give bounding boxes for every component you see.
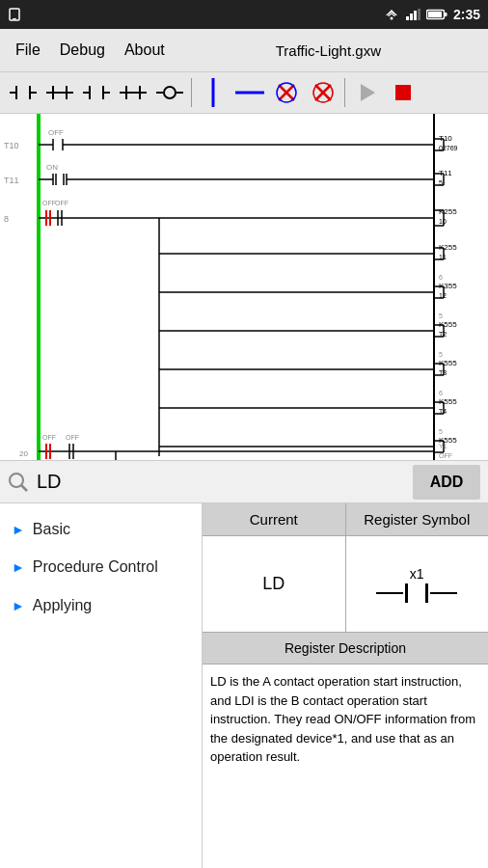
symbol-x1-label: x1 [410, 566, 424, 582]
svg-text:6: 6 [439, 390, 443, 396]
sidebar-item-basic[interactable]: ► Basic [0, 511, 202, 548]
contact-right-line [430, 592, 457, 594]
svg-text:OFF: OFF [42, 434, 56, 441]
svg-rect-5 [406, 16, 409, 20]
separator1 [191, 78, 192, 107]
contact-bar-left [405, 583, 408, 603]
clock: 2:35 [453, 7, 480, 22]
svg-text:5: 5 [439, 312, 443, 319]
coil-btn[interactable] [152, 75, 187, 110]
search-bar: ADD [0, 461, 488, 503]
svg-text:20: 20 [19, 449, 28, 458]
chevron-procedure: ► [12, 559, 25, 575]
contact-left-line [376, 592, 403, 594]
svg-text:K255: K255 [439, 207, 457, 216]
svg-point-31 [164, 87, 176, 98]
svg-marker-41 [361, 84, 375, 101]
search-input[interactable] [37, 467, 405, 498]
svg-text:OFF: OFF [66, 434, 79, 441]
sidebar: ► Basic ► Procedure Control ► Applying [0, 503, 203, 868]
delete-vertical-btn[interactable] [269, 75, 304, 110]
play-btn[interactable] [349, 75, 384, 110]
add-button[interactable]: ADD [413, 465, 480, 500]
ladder-diagram: T10 OFF T10 02769 T11 ON T11 5 8 [0, 114, 488, 461]
svg-rect-10 [445, 13, 447, 16]
svg-rect-1 [13, 18, 16, 19]
svg-text:T10: T10 [4, 141, 19, 150]
no-contact2-btn[interactable] [79, 75, 114, 110]
panel-content: ► Basic ► Procedure Control ► Applying C… [0, 503, 488, 868]
svg-point-4 [390, 17, 393, 20]
contact-bar-right [425, 583, 428, 603]
sidebar-item-procedure-control[interactable]: ► Procedure Control [0, 548, 202, 587]
nc-contact-btn[interactable] [42, 75, 77, 110]
register-symbol-display: x1 [376, 566, 457, 603]
status-bar: 2:35 [0, 0, 488, 29]
svg-text:5: 5 [439, 351, 443, 358]
th-current: Current [203, 503, 346, 535]
svg-text:5: 5 [439, 428, 443, 435]
diagram-area: T10 OFF T10 02769 T11 ON T11 5 8 [0, 114, 488, 461]
search-icon [8, 472, 29, 493]
svg-text:8: 8 [4, 214, 9, 224]
status-left [8, 8, 21, 21]
right-content: Current Register Symbol LD x1 [203, 503, 488, 868]
svg-text:OFF: OFF [42, 200, 56, 206]
register-description-header: Register Description [203, 633, 488, 665]
svg-rect-6 [410, 14, 413, 20]
svg-text:T11: T11 [4, 176, 19, 185]
svg-text:OFF: OFF [48, 128, 64, 137]
chevron-applying: ► [12, 598, 25, 613]
table-body: LD x1 [203, 536, 488, 633]
svg-text:6: 6 [439, 274, 443, 281]
menu-file[interactable]: File [8, 38, 48, 63]
vertical-line-btn[interactable] [196, 75, 230, 110]
svg-text:10: 10 [439, 218, 447, 225]
menu-bar: File Debug About Traffic-Light.gxw [0, 29, 488, 71]
nc-contact2-btn[interactable] [116, 75, 150, 110]
sidebar-item-applying[interactable]: ► Applying [0, 587, 202, 624]
svg-rect-42 [395, 85, 411, 100]
file-title: Traffic-Light.gxw [176, 42, 480, 59]
svg-text:OFF: OFF [439, 452, 452, 459]
svg-point-134 [10, 474, 23, 487]
sidebar-basic-label: Basic [33, 521, 70, 538]
no-contact-btn[interactable] [6, 75, 41, 110]
toolbar [0, 71, 488, 114]
td-current-value: LD [203, 536, 346, 632]
separator2 [344, 78, 345, 107]
td-register-symbol: x1 [346, 536, 489, 632]
table-header: Current Register Symbol [203, 503, 488, 536]
svg-text:Y1: Y1 [439, 443, 447, 449]
svg-rect-7 [414, 11, 417, 20]
horizontal-line-btn[interactable] [232, 75, 267, 110]
th-register-symbol: Register Symbol [346, 503, 489, 535]
bottom-panel: ► Basic ► Procedure Control ► Applying C… [0, 503, 488, 868]
svg-rect-11 [428, 12, 442, 17]
stop-btn[interactable] [386, 75, 420, 110]
svg-text:ON: ON [46, 163, 58, 172]
status-icons: 2:35 [384, 7, 480, 22]
chevron-basic: ► [12, 522, 25, 537]
menu-debug[interactable]: Debug [52, 38, 113, 63]
svg-line-135 [21, 485, 27, 491]
contact-symbol [376, 583, 457, 603]
register-description-body: LD is the A contact operation start inst… [203, 665, 488, 774]
svg-text:OFF: OFF [55, 200, 68, 206]
delete-horizontal-btn[interactable] [306, 75, 340, 110]
sidebar-procedure-label: Procedure Control [33, 557, 158, 578]
menu-about[interactable]: About [117, 38, 173, 63]
sidebar-applying-label: Applying [33, 597, 92, 614]
svg-rect-8 [418, 9, 420, 20]
